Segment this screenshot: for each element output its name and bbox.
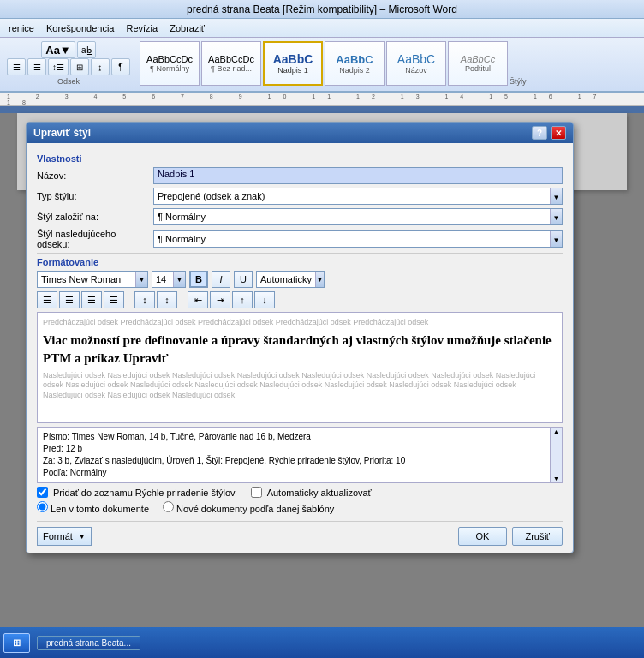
desc-line2: Pred: 12 b bbox=[43, 443, 545, 455]
format-toolbar: Times New Roman ▼ 14 ▼ B I U bbox=[37, 271, 563, 288]
ribbon-btn-aa[interactable]: Aa▼ bbox=[41, 41, 75, 58]
desc-line4: Podľa: Normálny bbox=[43, 467, 545, 479]
radio-nove-text: Nové dokumenty podľa danej šablóny bbox=[176, 504, 334, 514]
dialog-titlebar-buttons: ? ✕ bbox=[532, 126, 566, 140]
bottom-right: OK Zrušiť bbox=[458, 527, 563, 546]
style-btn-nazov[interactable]: AaBbC Názov bbox=[386, 41, 446, 86]
radio-len-input[interactable] bbox=[37, 501, 48, 512]
indent-left-btn[interactable]: ⇤ bbox=[188, 291, 208, 308]
radio-len-text: Len v tomto dokumente bbox=[51, 504, 149, 514]
menubar: renice Korešpondencia Revízia Zobraziť bbox=[0, 19, 644, 38]
font-select-value: Times New Roman bbox=[38, 272, 135, 287]
spacer bbox=[126, 291, 133, 308]
scroll-down-arrow[interactable]: ▼ bbox=[553, 476, 559, 482]
dialog-title: Upraviť štýl bbox=[33, 127, 91, 139]
ribbon: Aa▼ ab̲ ☰ ☰ ↕☰ ⊞ ↨ ¶ Odsek AaBbCcDc ¶ No… bbox=[0, 38, 644, 93]
spacer2 bbox=[179, 291, 186, 308]
ribbon-row-1: Aa▼ ab̲ bbox=[41, 41, 96, 58]
align-right-btn[interactable]: ☰ bbox=[81, 291, 102, 308]
dialog-help-button[interactable]: ? bbox=[532, 126, 547, 140]
typ-select[interactable]: Prepojené (odsek a znak) ▼ bbox=[153, 188, 563, 205]
ribbon-group-styles: AaBbCcDc ¶ Normálny AaBbCcDc ¶ Bez riad.… bbox=[136, 39, 530, 87]
line-space1-btn[interactable]: ↕ bbox=[134, 291, 155, 308]
zalozit-label: Štýl založiť na: bbox=[37, 212, 148, 222]
ribbon-btn-list1[interactable]: ☰ bbox=[7, 58, 26, 75]
outdent-btn[interactable]: ↑ bbox=[232, 291, 253, 308]
style-btn-normalny[interactable]: AaBbCcDc ¶ Normálny bbox=[140, 41, 200, 86]
format-dropdown-button[interactable]: Formát ▼ bbox=[37, 527, 92, 546]
font-select[interactable]: Times New Roman ▼ bbox=[37, 271, 148, 288]
color-select[interactable]: Automaticky ▼ bbox=[256, 271, 325, 288]
ribbon-row-2: ☰ ☰ ↕☰ ⊞ ↨ ¶ bbox=[7, 58, 130, 75]
radio-row: Len v tomto dokumente Nové dokumenty pod… bbox=[37, 501, 563, 514]
description-text: Písmo: Times New Roman, 14 b, Tučné, Pár… bbox=[38, 428, 550, 482]
ribbon-btn-ab[interactable]: ab̲ bbox=[77, 41, 96, 58]
ribbon-btn-list2[interactable]: ☰ bbox=[27, 58, 46, 75]
style-normalny-text: AaBbCcDc bbox=[146, 54, 193, 64]
taskbar-items: predná strana Beata... bbox=[37, 636, 641, 650]
zalozit-row: Štýl založiť na: ¶ Normálny ▼ bbox=[37, 208, 563, 225]
color-select-arrow[interactable]: ▼ bbox=[315, 272, 324, 287]
align-justify-btn[interactable]: ☰ bbox=[104, 291, 124, 308]
size-select-value: 14 bbox=[152, 272, 173, 287]
cancel-button[interactable]: Zrušiť bbox=[512, 527, 563, 546]
size-select[interactable]: 14 ▼ bbox=[152, 271, 186, 288]
taskbar-word-item[interactable]: predná strana Beata... bbox=[37, 636, 140, 650]
nasledujuci-label: Štýl nasledujúceho odseku: bbox=[37, 229, 148, 249]
more-btn[interactable]: ↓ bbox=[254, 291, 275, 308]
nasledujuci-select-arrow[interactable]: ▼ bbox=[550, 231, 562, 248]
indent-right-btn[interactable]: ⇥ bbox=[210, 291, 230, 308]
radio-nove-label: Nové dokumenty podľa danej šablóny bbox=[163, 501, 334, 514]
underline-button[interactable]: U bbox=[234, 271, 253, 288]
zalozit-select[interactable]: ¶ Normálny ▼ bbox=[153, 208, 563, 225]
bold-button[interactable]: B bbox=[189, 271, 208, 288]
zalozit-select-arrow[interactable]: ▼ bbox=[550, 209, 562, 225]
start-button[interactable]: ⊞ bbox=[3, 633, 30, 653]
ribbon-btn-list3[interactable]: ↕☰ bbox=[48, 58, 69, 75]
nazov-input[interactable]: Nadpis 1 bbox=[153, 167, 563, 184]
formatovanie-section-label: Formátovanie bbox=[37, 257, 563, 267]
taskbar: ⊞ predná strana Beata... bbox=[0, 627, 644, 658]
menu-item-renice[interactable]: renice bbox=[3, 21, 39, 35]
style-nadpis1-label: Nadpis 1 bbox=[277, 66, 308, 75]
scroll-up-arrow[interactable]: ▲ bbox=[553, 428, 559, 434]
rychle-priradenie-checkbox[interactable] bbox=[37, 487, 48, 498]
align-left-btn[interactable]: ☰ bbox=[37, 291, 57, 308]
style-bezriad-text: AaBbCcDc bbox=[208, 54, 254, 64]
italic-button[interactable]: I bbox=[212, 271, 230, 288]
ruler-marks: 1 2 3 4 5 6 7 8 9 10 11 12 13 14 15 16 1… bbox=[7, 93, 637, 105]
color-select-value: Automaticky bbox=[257, 272, 315, 287]
bottom-left: Formát ▼ bbox=[37, 527, 92, 546]
font-select-arrow[interactable]: ▼ bbox=[135, 272, 147, 287]
ribbon-btn-align1[interactable]: ⊞ bbox=[70, 58, 89, 75]
ruler: 1 2 3 4 5 6 7 8 9 10 11 12 13 14 15 16 1… bbox=[0, 93, 644, 106]
auto-update-checkbox[interactable] bbox=[251, 487, 262, 498]
menu-item-zobrazit[interactable]: Zobraziť bbox=[164, 21, 210, 35]
dialog-body: Vlastnosti Názov: Nadpis 1 Typ štýlu: Pr… bbox=[27, 143, 573, 553]
style-btn-nadpis1[interactable]: AaBbC Nadpis 1 bbox=[263, 41, 323, 86]
menu-item-korespondencia[interactable]: Korešpondencia bbox=[41, 21, 120, 35]
ribbon-btn-para[interactable]: ¶ bbox=[111, 58, 130, 75]
menu-item-revizia[interactable]: Revízia bbox=[121, 21, 163, 35]
line-space2-btn[interactable]: ↕ bbox=[157, 291, 177, 308]
description-scrollbar[interactable]: ▲ ▼ bbox=[550, 428, 562, 482]
style-btn-podtitul[interactable]: AaBbCc Podtitul bbox=[448, 41, 508, 86]
radio-nove-input[interactable] bbox=[163, 501, 174, 512]
style-btn-bez-riad[interactable]: AaBbCcDc ¶ Bez riad... bbox=[201, 41, 261, 86]
align-toolbar: ☰ ☰ ☰ ☰ ↕ ↕ ⇤ ⇥ ↑ ↓ bbox=[37, 291, 563, 308]
style-btn-nadpis2[interactable]: AaBbC Nadpis 2 bbox=[325, 41, 385, 86]
titlebar: predná strana Beata [Režim kompatibility… bbox=[0, 0, 644, 19]
ok-button[interactable]: OK bbox=[458, 527, 508, 546]
rychle-priradenie-label: Pridať do zoznamu Rýchle priradenie štýl… bbox=[53, 488, 236, 498]
description-area: Písmo: Times New Roman, 14 b, Tučné, Pár… bbox=[37, 427, 563, 483]
nasledujuci-select[interactable]: ¶ Normálny ▼ bbox=[153, 230, 563, 248]
format-btn-label: Formát bbox=[43, 531, 73, 541]
size-select-arrow[interactable]: ▼ bbox=[173, 272, 185, 287]
align-center-btn[interactable]: ☰ bbox=[59, 291, 80, 308]
ribbon-btn-align2[interactable]: ↨ bbox=[91, 58, 110, 75]
dialog-close-button[interactable]: ✕ bbox=[551, 126, 566, 140]
typ-select-arrow[interactable]: ▼ bbox=[550, 188, 562, 205]
nazov-label: Názov: bbox=[37, 170, 148, 181]
checkbox-row: Pridať do zoznamu Rýchle priradenie štýl… bbox=[37, 487, 563, 498]
zalozit-select-value: ¶ Normálny bbox=[154, 209, 550, 224]
